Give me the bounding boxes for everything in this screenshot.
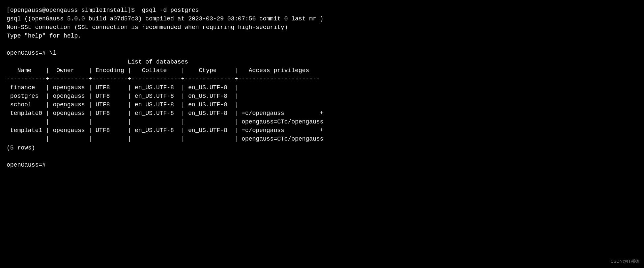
terminal-output: [opengauss@opengauss simpleInstall]$ gsq… (7, 6, 637, 169)
watermark-label: CSDN@IT邦德 (610, 258, 639, 265)
